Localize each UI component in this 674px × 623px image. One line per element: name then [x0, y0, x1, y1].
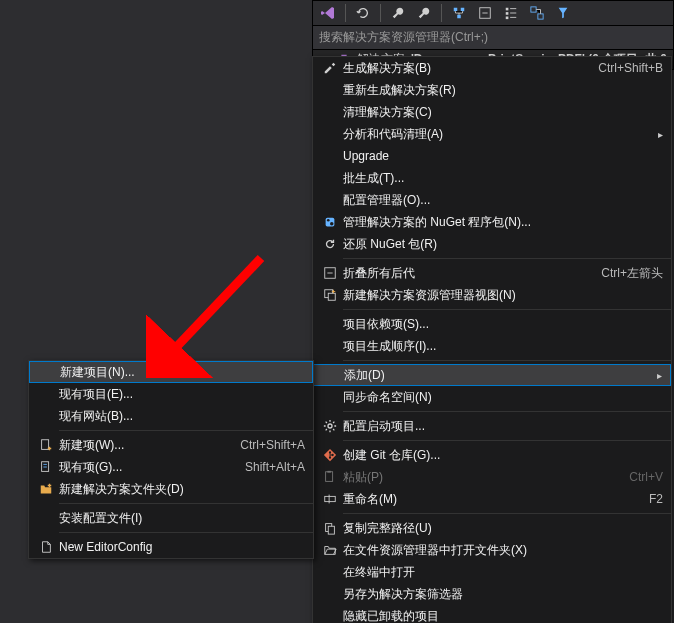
menu-separator — [59, 430, 313, 431]
svg-point-13 — [330, 222, 334, 226]
solution-context-menu: 生成解决方案(B)Ctrl+Shift+B重新生成解决方案(R)清理解决方案(C… — [312, 56, 672, 623]
svg-rect-26 — [42, 440, 49, 450]
menu-item-label: 批生成(T)... — [343, 170, 663, 187]
menu-separator — [343, 258, 671, 259]
menu-item-label: 复制完整路径(U) — [343, 520, 663, 537]
menu-item[interactable]: 重新生成解决方案(R) — [313, 79, 671, 101]
menu-item[interactable]: 新建项(W)...Ctrl+Shift+A — [29, 434, 313, 456]
svg-line-28 — [166, 258, 261, 358]
menu-separator — [59, 503, 313, 504]
annotation-arrow — [146, 248, 276, 378]
menu-item[interactable]: 新建解决方案资源管理器视图(N) — [313, 284, 671, 306]
svg-rect-7 — [531, 7, 536, 12]
svg-rect-4 — [506, 8, 509, 11]
wrench2-icon[interactable] — [413, 2, 435, 24]
menu-item[interactable]: 项目生成顺序(I)... — [313, 335, 671, 357]
menu-item[interactable]: New EditorConfig — [29, 536, 313, 558]
menu-separator — [59, 532, 313, 533]
menu-item[interactable]: 复制完整路径(U) — [313, 517, 671, 539]
menu-item[interactable]: 新建项目(N)... — [29, 361, 313, 383]
svg-rect-21 — [326, 472, 333, 482]
menu-item[interactable]: 在文件资源管理器中打开文件夹(X) — [313, 539, 671, 561]
menu-item-label: 项目依赖项(S)... — [343, 316, 663, 333]
menu-separator — [343, 360, 671, 361]
menu-item-label: 现有项目(E)... — [59, 386, 305, 403]
menu-item[interactable]: 隐藏已卸载的项目 — [313, 605, 671, 623]
menu-item[interactable]: Upgrade — [313, 145, 671, 167]
menu-item[interactable]: 配置启动项目... — [313, 415, 671, 437]
menu-item[interactable]: 另存为解决方案筛选器 — [313, 583, 671, 605]
file-icon — [33, 540, 59, 554]
menu-item-label: 新建解决方案资源管理器视图(N) — [343, 287, 663, 304]
build-icon — [317, 61, 343, 75]
menu-item[interactable]: 生成解决方案(B)Ctrl+Shift+B — [313, 57, 671, 79]
menu-item[interactable]: 项目依赖项(S)... — [313, 313, 671, 335]
menu-item-label: 另存为解决方案筛选器 — [343, 586, 663, 603]
svg-rect-8 — [538, 14, 543, 19]
search-placeholder: 搜索解决方案资源管理器(Ctrl+;) — [319, 29, 488, 46]
menu-item[interactable]: 创建 Git 仓库(G)... — [313, 444, 671, 466]
rename-icon — [317, 492, 343, 506]
menu-item-label: 配置管理器(O)... — [343, 192, 663, 209]
menu-item[interactable]: 配置管理器(O)... — [313, 189, 671, 211]
menu-item-label: 现有项(G)... — [59, 459, 233, 476]
svg-rect-23 — [325, 496, 336, 501]
tree2-icon[interactable] — [526, 2, 548, 24]
menu-item[interactable]: 分析和代码清理(A)▸ — [313, 123, 671, 145]
menu-item-shortcut: F2 — [649, 492, 663, 506]
menu-item-label: 生成解决方案(B) — [343, 60, 586, 77]
hierarchy-icon[interactable] — [448, 2, 470, 24]
menu-item-label: 折叠所有后代 — [343, 265, 589, 282]
menu-item-label: 粘贴(P) — [343, 469, 617, 486]
svg-rect-1 — [461, 8, 465, 12]
git-icon — [317, 448, 343, 462]
svg-rect-6 — [506, 17, 509, 20]
menu-item-label: 安装配置文件(I) — [59, 510, 305, 527]
highlight-icon[interactable] — [552, 2, 574, 24]
submenu-arrow-icon: ▸ — [651, 129, 663, 140]
vs-logo-icon[interactable] — [317, 2, 339, 24]
menu-item[interactable]: 批生成(T)... — [313, 167, 671, 189]
menu-item-label: 隐藏已卸载的项目 — [343, 608, 663, 624]
menu-item[interactable]: 清理解决方案(C) — [313, 101, 671, 123]
menu-item[interactable]: 现有项目(E)... — [29, 383, 313, 405]
menu-item-shortcut: Shift+Alt+A — [245, 460, 305, 474]
menu-item-label: 项目生成顺序(I)... — [343, 338, 663, 355]
menu-item[interactable]: 同步命名空间(N) — [313, 386, 671, 408]
menu-item[interactable]: 新建解决方案文件夹(D) — [29, 478, 313, 500]
menu-separator — [343, 309, 671, 310]
wrench-icon[interactable] — [387, 2, 409, 24]
menu-item[interactable]: 还原 NuGet 包(R) — [313, 233, 671, 255]
menu-item-label: Upgrade — [343, 149, 663, 163]
svg-rect-11 — [326, 218, 335, 227]
gear-icon — [317, 419, 343, 433]
menu-item-label: 同步命名空间(N) — [343, 389, 663, 406]
svg-point-17 — [328, 424, 332, 428]
open-icon — [317, 543, 343, 557]
svg-rect-2 — [457, 15, 461, 19]
tree-icon[interactable] — [500, 2, 522, 24]
menu-item[interactable]: 现有项(G)...Shift+Alt+A — [29, 456, 313, 478]
menu-item[interactable]: 折叠所有后代Ctrl+左箭头 — [313, 262, 671, 284]
folder-icon — [33, 482, 59, 496]
menu-item[interactable]: 安装配置文件(I) — [29, 507, 313, 529]
menu-item[interactable]: 粘贴(P)Ctrl+V — [313, 466, 671, 488]
menu-separator — [343, 440, 671, 441]
solution-explorer-search[interactable]: 搜索解决方案资源管理器(Ctrl+;) — [312, 26, 674, 50]
menu-item[interactable]: 添加(D)▸ — [313, 364, 671, 386]
menu-item-label: 重新生成解决方案(R) — [343, 82, 663, 99]
collapse-all-icon[interactable] — [474, 2, 496, 24]
menu-item-label: 清理解决方案(C) — [343, 104, 663, 121]
submenu-arrow-icon: ▸ — [650, 370, 662, 381]
menu-item-shortcut: Ctrl+左箭头 — [601, 265, 663, 282]
menu-item[interactable]: 管理解决方案的 NuGet 程序包(N)... — [313, 211, 671, 233]
menu-item-label: 分析和代码清理(A) — [343, 126, 651, 143]
newitem-icon — [33, 438, 59, 452]
menu-item-label: 新建项目(N)... — [60, 364, 304, 381]
menu-item[interactable]: 重命名(M)F2 — [313, 488, 671, 510]
menu-item[interactable]: 在终端中打开 — [313, 561, 671, 583]
restore-icon — [317, 237, 343, 251]
refresh-icon[interactable] — [352, 2, 374, 24]
menu-item[interactable]: 现有网站(B)... — [29, 405, 313, 427]
collapse-icon — [317, 266, 343, 280]
